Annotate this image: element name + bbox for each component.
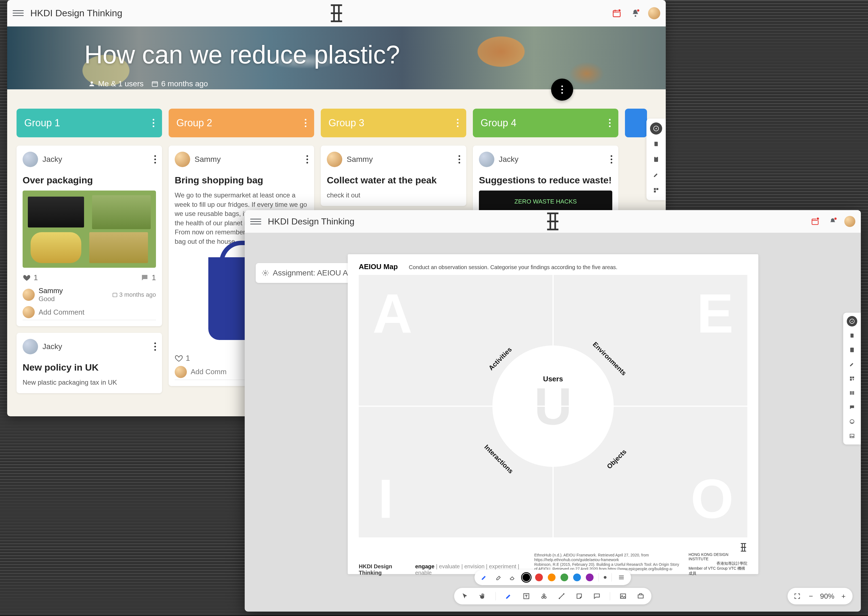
group-menu-icon[interactable] <box>305 119 306 127</box>
comment-tool-icon[interactable] <box>592 591 602 601</box>
grid-add-icon[interactable] <box>847 373 857 384</box>
color-swatch-purple[interactable] <box>586 574 594 581</box>
pan-tool-icon[interactable] <box>478 591 487 601</box>
canvas[interactable]: ne Assignment: AEIOU Artboard AEIOU Map … <box>245 233 861 611</box>
svg-rect-28 <box>851 391 852 395</box>
image-tool-icon[interactable] <box>618 591 628 601</box>
card-title: Bring shopping bag <box>175 175 308 185</box>
svg-rect-25 <box>852 377 854 378</box>
group-header[interactable] <box>625 108 647 137</box>
text-tool-icon[interactable] <box>522 591 531 601</box>
like-button[interactable]: 1 <box>23 273 38 282</box>
stroke-size-icon[interactable] <box>604 576 606 579</box>
group-title: Group 4 <box>481 117 516 129</box>
attachment-tool-icon[interactable] <box>636 591 646 601</box>
group-title: Group 1 <box>24 117 60 129</box>
chat-icon[interactable] <box>847 402 857 413</box>
svg-rect-19 <box>620 594 626 598</box>
badge-dot <box>834 217 837 220</box>
comments-count[interactable]: 1 <box>141 273 156 282</box>
letter-e: E <box>697 286 733 341</box>
group-menu-icon[interactable] <box>153 119 154 127</box>
card-menu-icon[interactable] <box>154 343 156 351</box>
card-menu-icon[interactable] <box>306 155 308 163</box>
card[interactable]: Sammy Collect water at the peak check it… <box>321 146 466 206</box>
assignment-icon[interactable] <box>650 153 662 165</box>
bell-icon[interactable] <box>827 215 839 228</box>
pen-tool-icon[interactable] <box>479 573 489 582</box>
hkdi-logo-icon <box>740 542 747 552</box>
support-icon[interactable] <box>847 416 857 427</box>
card[interactable]: Jacky Suggestions to reduce waste! ZERO … <box>473 146 618 218</box>
assignment-icon[interactable] <box>847 345 857 355</box>
zoom-level: 90% <box>820 592 834 600</box>
card-body: New plastic packaging tax in UK <box>23 378 156 387</box>
comment-text: Good <box>39 295 108 303</box>
group-menu-icon[interactable] <box>609 119 611 127</box>
comment-row: Sammy Good 3 months ago <box>23 286 156 303</box>
add-comment-input[interactable] <box>39 308 156 317</box>
book-icon[interactable] <box>650 138 662 150</box>
group-title: Group 2 <box>176 117 212 129</box>
group-menu-icon[interactable] <box>457 119 459 127</box>
book-icon[interactable] <box>847 330 857 341</box>
svg-rect-7 <box>655 156 657 157</box>
color-swatch-orange[interactable] <box>548 574 556 581</box>
zoom-out-button[interactable]: − <box>807 592 815 600</box>
svg-rect-23 <box>850 348 854 352</box>
color-toolbar <box>475 570 631 585</box>
like-button[interactable]: 1 <box>175 354 190 363</box>
user-avatar[interactable] <box>648 7 660 19</box>
select-tool-icon[interactable] <box>460 591 470 601</box>
add-comment-row[interactable] <box>23 306 156 320</box>
image-icon[interactable] <box>847 431 857 441</box>
comment-author: Sammy <box>39 286 108 295</box>
banner-more-button[interactable] <box>551 79 573 101</box>
line-tool-icon[interactable] <box>557 591 566 601</box>
avatar <box>175 366 187 378</box>
group-header[interactable]: Group 2 <box>169 108 314 137</box>
hamburger-menu-icon[interactable] <box>13 8 24 19</box>
card-menu-icon[interactable] <box>459 155 460 163</box>
color-swatch-black[interactable] <box>522 574 530 581</box>
color-swatch-blue[interactable] <box>573 574 581 581</box>
compass-icon[interactable] <box>847 316 857 327</box>
edit-icon[interactable] <box>847 359 857 369</box>
color-swatch-red[interactable] <box>535 574 543 581</box>
user-avatar[interactable] <box>844 216 855 227</box>
shape-tool-icon[interactable] <box>539 591 548 601</box>
fit-screen-icon[interactable] <box>793 591 802 601</box>
calendar-icon[interactable] <box>809 215 821 228</box>
badge-dot <box>816 217 819 220</box>
card-video-thumbnail[interactable]: ZERO WASTE HACKS <box>479 190 612 212</box>
bell-icon[interactable] <box>629 7 641 19</box>
card-author: Jacky <box>42 155 150 164</box>
group-header[interactable]: Group 3 <box>321 108 466 137</box>
draw-tool-icon[interactable] <box>504 591 513 601</box>
group-header[interactable]: Group 1 <box>17 108 162 137</box>
card[interactable]: Jacky Over packaging 1 <box>17 146 162 326</box>
right-sidebar <box>647 119 666 200</box>
hamburger-menu-icon[interactable] <box>250 216 261 227</box>
aeiou-grid: A E I O U Users Activities Environments … <box>359 275 747 537</box>
card[interactable]: Jacky New policy in UK New plastic packa… <box>17 333 162 393</box>
card-menu-icon[interactable] <box>154 155 156 163</box>
right-sidebar <box>843 313 861 445</box>
sticky-note-tool-icon[interactable] <box>575 591 584 601</box>
color-swatch-green[interactable] <box>561 574 568 581</box>
card-title: Collect water at the peak <box>327 175 460 185</box>
calendar-icon[interactable] <box>611 7 623 19</box>
artboard[interactable]: AEIOU Map Conduct an observation session… <box>348 254 758 574</box>
edit-icon[interactable] <box>650 169 662 181</box>
group-column: Group 4 Jacky Suggestions to reduce wast… <box>473 108 618 225</box>
options-icon[interactable] <box>617 573 626 582</box>
columns-icon[interactable] <box>847 388 857 398</box>
marker-tool-icon[interactable] <box>494 573 503 582</box>
footer-institution: HONG KONG DESIGN INSTITUTE 香港知專設計學院 Memb… <box>689 542 747 576</box>
group-header[interactable]: Group 4 <box>473 108 618 137</box>
eraser-tool-icon[interactable] <box>508 573 517 582</box>
zoom-in-button[interactable]: + <box>839 592 848 600</box>
compass-icon[interactable] <box>650 123 662 135</box>
grid-icon[interactable] <box>650 184 662 196</box>
card-menu-icon[interactable] <box>611 155 612 163</box>
